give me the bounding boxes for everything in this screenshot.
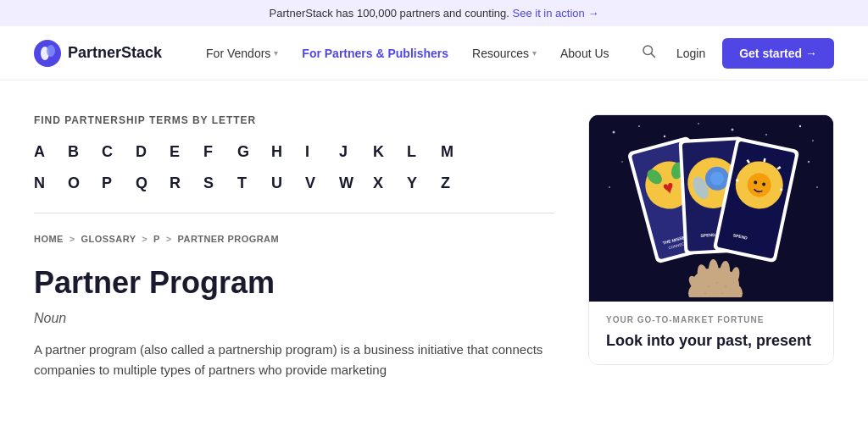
chevron-down-icon: ▾ [532, 48, 537, 58]
svg-line-40 [736, 180, 738, 181]
left-column: FIND PARTNERSHIP TERMS BY LETTER ABCDEFG… [34, 114, 554, 380]
alpha-letter[interactable]: O [68, 174, 85, 192]
alpha-letter[interactable]: D [136, 143, 153, 161]
svg-point-10 [765, 134, 767, 136]
nav-resources[interactable]: Resources ▾ [462, 40, 547, 67]
login-button[interactable]: Login [673, 40, 709, 67]
banner-link[interactable]: See it in action → [513, 7, 599, 19]
svg-point-11 [799, 125, 801, 127]
svg-point-5 [613, 131, 615, 134]
alpha-letter[interactable]: X [373, 174, 390, 192]
svg-point-54 [716, 282, 719, 285]
main-nav: For Vendors ▾ For Partners & Publishers … [196, 40, 637, 67]
svg-point-9 [732, 129, 734, 131]
main-content: FIND PARTNERSHIP TERMS BY LETTER ABCDEFG… [0, 80, 868, 397]
alphabet-row-1: ABCDEFGHIJKLM [34, 143, 554, 161]
svg-line-4 [651, 53, 654, 57]
page-title: Partner Program [34, 264, 554, 301]
alpha-letter[interactable]: J [339, 143, 356, 161]
svg-point-7 [664, 136, 665, 137]
get-started-button[interactable]: Get started → [722, 38, 834, 69]
svg-point-53 [708, 285, 710, 288]
fortune-card-body: YOUR GO-TO-MARKET FORTUNE Look into your… [589, 302, 833, 364]
logo[interactable]: PartnerStack [34, 40, 162, 67]
svg-line-39 [780, 190, 782, 191]
fortune-title: Look into your past, present [606, 331, 816, 351]
alpha-letter[interactable]: U [271, 174, 288, 192]
search-icon [641, 43, 656, 58]
noun-label: Noun [34, 311, 554, 326]
svg-point-6 [638, 125, 640, 127]
alpha-letter[interactable]: H [271, 143, 288, 161]
header: PartnerStack For Vendors ▾ For Partners … [0, 26, 868, 80]
alpha-letter[interactable]: M [441, 143, 458, 161]
alpha-letter[interactable]: T [237, 174, 254, 192]
svg-point-15 [808, 161, 810, 163]
alpha-letter[interactable]: S [203, 174, 220, 192]
svg-point-8 [698, 123, 699, 125]
alphabet-grid: ABCDEFGHIJKLM NOPQRSTUVWXYZ [34, 143, 554, 192]
logo-icon [34, 40, 61, 67]
nav-partners-publishers[interactable]: For Partners & Publishers [292, 40, 459, 67]
alphabet-section-label: FIND PARTNERSHIP TERMS BY LETTER [34, 114, 554, 126]
alpha-letter[interactable]: Z [441, 174, 458, 192]
alpha-letter[interactable]: W [339, 174, 356, 192]
search-button[interactable] [637, 40, 659, 66]
header-actions: Login Get started → [637, 38, 834, 69]
banner-text: PartnerStack has 100,000 partners and co… [270, 7, 509, 19]
fortune-card: ♥ THE MISSED CONNECTION [588, 114, 834, 365]
alpha-letter[interactable]: K [373, 143, 390, 161]
alpha-letter[interactable]: P [102, 174, 119, 192]
fortune-tag: YOUR GO-TO-MARKET FORTUNE [606, 315, 816, 324]
alpha-letter[interactable]: N [34, 174, 51, 192]
alpha-letter[interactable]: Y [407, 174, 424, 192]
alpha-letter[interactable]: L [407, 143, 424, 161]
alpha-letter[interactable]: A [34, 143, 51, 161]
nav-vendors[interactable]: For Vendors ▾ [196, 40, 288, 67]
svg-text:SPEND: SPEND [700, 232, 715, 238]
fortune-card-image: ♥ THE MISSED CONNECTION [589, 115, 833, 302]
top-banner: PartnerStack has 100,000 partners and co… [0, 0, 868, 26]
tarot-illustration: ♥ THE MISSED CONNECTION [597, 119, 826, 297]
alpha-letter[interactable]: Q [136, 174, 153, 192]
svg-point-56 [704, 292, 707, 295]
svg-point-55 [725, 285, 727, 288]
alpha-letter[interactable]: I [305, 143, 322, 161]
svg-point-16 [609, 186, 610, 188]
alpha-letter[interactable]: G [237, 143, 254, 161]
svg-point-2 [47, 45, 55, 57]
svg-line-37 [765, 158, 765, 162]
alpha-letter[interactable]: R [170, 174, 186, 192]
alpha-letter[interactable]: C [102, 143, 119, 161]
logo-text: PartnerStack [68, 44, 162, 62]
svg-point-13 [621, 161, 623, 163]
chevron-down-icon: ▾ [274, 48, 278, 58]
right-column: ♥ THE MISSED CONNECTION [588, 114, 834, 380]
svg-point-12 [812, 140, 814, 141]
svg-point-57 [721, 292, 724, 295]
alpha-letter[interactable]: F [203, 143, 220, 161]
alpha-letter[interactable]: B [68, 143, 85, 161]
svg-point-17 [816, 186, 818, 188]
nav-about-us[interactable]: About Us [550, 40, 620, 67]
section-divider [34, 213, 554, 213]
breadcrumb: HOME > GLOSSARY > P > PARTNER PROGRAM [34, 234, 554, 244]
article-description: A partner program (also called a partner… [34, 340, 554, 380]
alpha-letter[interactable]: V [305, 174, 322, 192]
alphabet-row-2: NOPQRSTUVWXYZ [34, 174, 554, 192]
alpha-letter[interactable]: E [170, 143, 186, 161]
